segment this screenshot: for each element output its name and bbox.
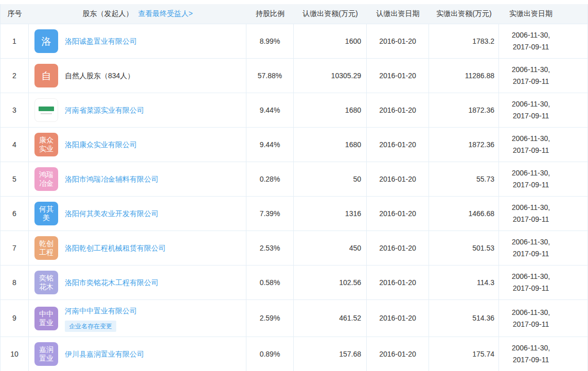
table-row: 5 鸿瑞 冶金 洛阳市鸿瑞冶金辅料有限公司 0.28% 50 2016-01-2… <box>1 162 587 196</box>
paid-date-cell: 2006-11-30, 2017-09-11 <box>499 197 587 231</box>
row-index: 2 <box>1 59 29 93</box>
shareholder-name-link[interactable]: 河南中中置业有限公司 <box>65 305 137 317</box>
paid-amount-cell: 1466.68 <box>429 197 499 231</box>
shareholder-name-link[interactable]: 洛阳市奕铭花木工程有限公司 <box>65 277 158 289</box>
paid-amount-cell: 514.36 <box>429 300 499 337</box>
subscribed-date-cell: 2016-01-20 <box>367 128 429 162</box>
paid-date-cell: 2006-11-30, 2017-09-11 <box>499 337 587 371</box>
paid-amount-cell: 55.73 <box>429 162 499 196</box>
header-shareholder: 股东（发起人） 查看最终受益人> <box>29 4 246 24</box>
ratio-cell: 57.88% <box>246 59 294 93</box>
paid-date-cell: 2006-11-30, 2017-09-11 <box>499 93 587 127</box>
shareholder-avatar: 何其 美 <box>34 202 58 225</box>
paid-amount-cell: 1872.36 <box>429 93 499 127</box>
paid-amount-cell: 1783.2 <box>429 24 499 58</box>
shareholder-cell: 洛 洛阳诚盈置业有限公司 <box>29 24 246 58</box>
shareholder-avatar: 康众 实业 <box>34 133 58 156</box>
paid-amount-cell: 11286.88 <box>429 59 499 93</box>
shareholder-avatar: 中中 置业 <box>34 307 58 330</box>
subscribed-date-cell: 2016-01-20 <box>367 231 429 265</box>
row-index: 6 <box>1 197 29 231</box>
shareholder-name-link[interactable]: 河南省菜源实业有限公司 <box>65 104 144 116</box>
row-index: 9 <box>1 300 29 337</box>
subscribed-date-cell: 2016-01-20 <box>367 300 429 337</box>
paid-date-cell: 2006-11-30, 2017-09-11 <box>499 266 587 299</box>
paid-date-cell: 2006-11-30, 2017-09-11 <box>499 231 587 265</box>
row-index: 8 <box>1 266 29 299</box>
shareholder-name-link[interactable]: 洛阳乾创工程机械租赁有限公司 <box>65 242 166 254</box>
table-row: 8 奕铭 花木 洛阳市奕铭花木工程有限公司 0.58% 102.56 2016-… <box>1 265 587 299</box>
shareholder-name: 自然人股东（834人） <box>65 70 134 82</box>
subscribed-amount-cell: 1680 <box>294 128 367 162</box>
subscribed-amount-cell: 450 <box>294 231 367 265</box>
shareholder-cell: 鸿瑞 冶金 洛阳市鸿瑞冶金辅料有限公司 <box>29 162 246 196</box>
logo-graphic <box>39 107 54 111</box>
shareholder-avatar: 奕铭 花木 <box>34 271 58 294</box>
subscribed-amount-cell: 102.56 <box>294 266 367 299</box>
shareholder-cell: 中中 置业 河南中中置业有限公司 企业名存在变更 <box>29 300 246 337</box>
table-header: 序号 股东（发起人） 查看最终受益人> 持股比例 认缴出资额(万元) 认缴出资日… <box>1 4 587 24</box>
subscribed-amount-cell: 10305.29 <box>294 59 367 93</box>
table-row: 6 何其 美 洛阳何其美农业开发有限公司 7.39% 1316 2016-01-… <box>1 196 587 231</box>
shareholder-name-link[interactable]: 洛阳康众实业有限公司 <box>65 139 137 151</box>
subscribed-amount-cell: 157.68 <box>294 337 367 371</box>
subscribed-amount-cell: 461.52 <box>294 300 367 337</box>
paid-amount-cell: 1872.36 <box>429 128 499 162</box>
row-index: 7 <box>1 231 29 265</box>
table-row: 2 自 自然人股东（834人） 57.88% 10305.29 2016-01-… <box>1 58 587 93</box>
row-index: 5 <box>1 162 29 196</box>
subscribed-date-cell: 2016-01-20 <box>367 93 429 127</box>
view-beneficiary-link[interactable]: 查看最终受益人> <box>138 9 192 19</box>
ratio-cell: 0.58% <box>246 266 294 299</box>
table-row: 9 中中 置业 河南中中置业有限公司 企业名存在变更 2.59% 461.52 … <box>1 299 587 337</box>
shareholder-avatar: 洛 <box>34 29 58 53</box>
ratio-cell: 2.53% <box>246 231 294 265</box>
subscribed-date-cell: 2016-01-20 <box>367 197 429 231</box>
shareholder-cell: 河南省菜源实业有限公司 <box>29 93 246 127</box>
company-logo <box>34 98 58 122</box>
row-index: 1 <box>1 24 29 58</box>
ratio-cell: 7.39% <box>246 197 294 231</box>
subscribed-date-cell: 2016-01-20 <box>367 162 429 196</box>
header-paid-date: 实缴出资日期 <box>499 4 587 24</box>
header-ratio: 持股比例 <box>246 4 294 24</box>
shareholder-avatar: 鸿瑞 冶金 <box>34 167 58 191</box>
row-index: 10 <box>1 337 29 371</box>
shareholder-avatar: 自 <box>34 64 58 87</box>
paid-date-cell: 2006-11-30, 2017-09-11 <box>499 24 587 58</box>
ratio-cell: 2.59% <box>246 300 294 337</box>
shareholder-avatar: 乾创 工程 <box>34 236 58 260</box>
shareholder-name-link[interactable]: 洛阳市鸿瑞冶金辅料有限公司 <box>65 173 158 185</box>
paid-amount-cell: 114.3 <box>429 266 499 299</box>
paid-date-cell: 2006-11-30, 2017-09-11 <box>499 59 587 93</box>
subscribed-amount-cell: 1680 <box>294 93 367 127</box>
shareholder-cell: 奕铭 花木 洛阳市奕铭花木工程有限公司 <box>29 266 246 299</box>
shareholders-table: 序号 股东（发起人） 查看最终受益人> 持股比例 认缴出资额(万元) 认缴出资日… <box>0 4 588 371</box>
shareholder-avatar: 嘉润 置业 <box>34 342 58 366</box>
table-row: 3 河南省菜源实业有限公司 9.44% 1680 2016-01-20 1872… <box>1 93 587 127</box>
shareholder-name-link[interactable]: 伊川县嘉润置业有限公司 <box>65 348 144 360</box>
ratio-cell: 0.28% <box>246 162 294 196</box>
ratio-cell: 9.44% <box>246 93 294 127</box>
table-row: 1 洛 洛阳诚盈置业有限公司 8.99% 1600 2016-01-20 178… <box>1 24 587 58</box>
shareholder-cell: 自 自然人股东（834人） <box>29 59 246 93</box>
header-shareholder-label: 股东（发起人） <box>82 9 133 19</box>
table-row: 10 嘉润 置业 伊川县嘉润置业有限公司 0.89% 157.68 2016-0… <box>1 337 587 371</box>
shareholder-name-link[interactable]: 洛阳何其美农业开发有限公司 <box>65 208 158 220</box>
table-row: 4 康众 实业 洛阳康众实业有限公司 9.44% 1680 2016-01-20… <box>1 127 587 162</box>
shareholder-cell: 乾创 工程 洛阳乾创工程机械租赁有限公司 <box>29 231 246 265</box>
subscribed-date-cell: 2016-01-20 <box>367 59 429 93</box>
header-subscribed-date: 认缴出资日期 <box>367 4 429 24</box>
subscribed-amount-cell: 1316 <box>294 197 367 231</box>
header-index: 序号 <box>1 4 29 24</box>
table-row: 7 乾创 工程 洛阳乾创工程机械租赁有限公司 2.53% 450 2016-01… <box>1 231 587 265</box>
row-index: 3 <box>1 93 29 127</box>
paid-date-cell: 2006-11-30, 2017-09-11 <box>499 128 587 162</box>
name-change-badge: 企业名存在变更 <box>65 321 116 332</box>
paid-amount-cell: 175.74 <box>429 337 499 371</box>
shareholder-name-link[interactable]: 洛阳诚盈置业有限公司 <box>65 36 137 47</box>
subscribed-date-cell: 2016-01-20 <box>367 24 429 58</box>
subscribed-date-cell: 2016-01-20 <box>367 337 429 371</box>
ratio-cell: 0.89% <box>246 337 294 371</box>
row-index: 4 <box>1 128 29 162</box>
